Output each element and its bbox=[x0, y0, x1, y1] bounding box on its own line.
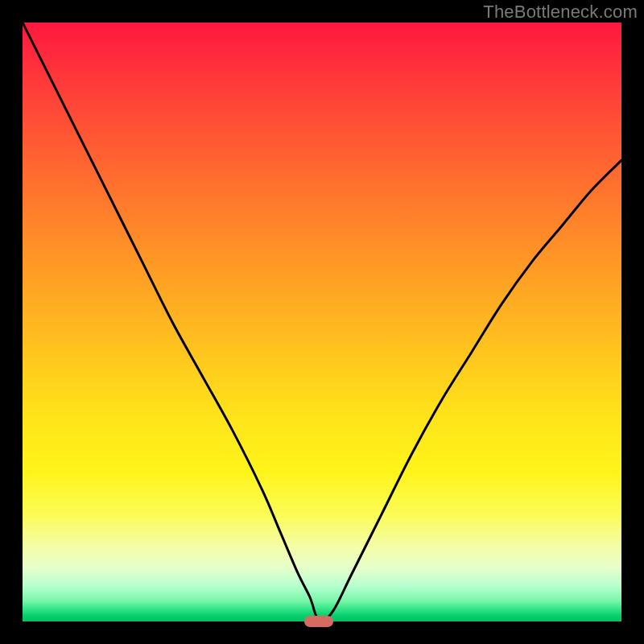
curve-path bbox=[23, 23, 621, 621]
chart-container: TheBottleneck.com bbox=[0, 0, 644, 644]
plot-area bbox=[23, 23, 621, 621]
minimum-marker bbox=[304, 616, 333, 627]
watermark-text: TheBottleneck.com bbox=[483, 2, 638, 23]
bottleneck-curve bbox=[23, 23, 621, 621]
